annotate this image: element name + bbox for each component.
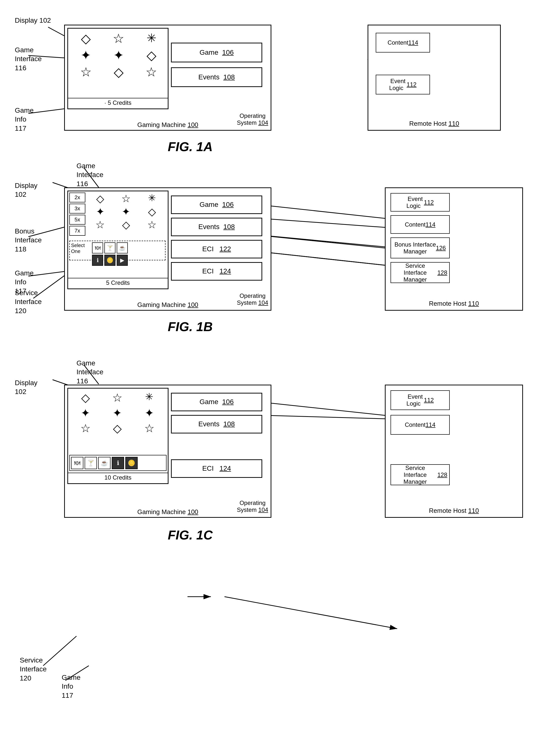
fig1c-title: FIG. 1C	[168, 528, 213, 542]
sym-star-2: ☆	[71, 65, 101, 79]
fig1b-sym-starburst1: ✦	[88, 206, 113, 218]
sym-star-1: ☆	[103, 31, 134, 46]
fig1c-credits: 10 Credits	[68, 473, 168, 482]
svg-line-27	[224, 597, 397, 629]
sym-sun-1: ✳	[136, 31, 167, 46]
svg-line-4	[28, 109, 67, 113]
fig1b-icon-food: 🍽	[92, 242, 103, 254]
fig1c-gaming-machine-box: ◇ ☆ ✳ ✦ ✦ ✦ ☆ ◇ ☆ 🍽 🍸 ☕ ℹ 🪙 10 Credits O…	[64, 384, 271, 518]
fig1c-service-interface-label: ServiceInterface120	[20, 656, 47, 683]
fig1b-icon-coin: 🪙	[104, 255, 115, 266]
fig1c-sym-starburst1: ✦	[71, 406, 100, 419]
svg-line-11	[28, 271, 67, 276]
fig1b-select-one: SelectOne	[71, 242, 85, 254]
fig1c-machine-label: Gaming Machine 100	[65, 508, 271, 516]
fig1a-game-info-label: GameInfo117	[15, 106, 34, 133]
fig1b-event-logic-box: EventLogic 112	[391, 193, 450, 212]
fig1c-events-box: Events 108	[171, 415, 262, 433]
fig1b-bonus-interface-label: BonusInterface118	[15, 227, 42, 254]
fig1b-content-box: Content114	[391, 215, 450, 234]
fig1b-eci122-box: ECI 122	[171, 240, 262, 259]
svg-line-23	[43, 636, 76, 666]
sym-starburst-1: ✦	[71, 48, 101, 63]
fig1b-icon-coffee: ☕	[117, 242, 128, 254]
fig1c-icon-info: ℹ	[112, 457, 124, 469]
fig1b-remote-host-box: EventLogic 112 Content114 Bonus Interfac…	[385, 187, 523, 311]
fig1b-remote-host-label: Remote Host 110	[386, 300, 522, 308]
fig1b-icon-drink: 🍸	[104, 242, 115, 254]
fig1c-service-manager-box: Service InterfaceManager 128	[391, 464, 450, 485]
fig1b-sym-diamond3: ◇	[114, 219, 139, 231]
fig1c-sym-starburst3: ✦	[134, 406, 164, 419]
fig1b-dashed-service-box: SelectOne 🍽 🍸 ☕ ℹ 🪙 ▶	[69, 241, 166, 260]
fig1a-remote-host-label: Remote Host 110	[368, 120, 500, 128]
fig1c-sym-diamond: ◇	[71, 391, 100, 404]
fig1c-game-info-label: GameInfo117	[62, 673, 80, 700]
fig1c-display-area: ◇ ☆ ✳ ✦ ✦ ✦ ☆ ◇ ☆ 🍽 🍸 ☕ ℹ 🪙 10 Credits	[67, 388, 168, 484]
fig1a-machine-label: Gaming Machine 100	[65, 121, 271, 129]
fig1c-remote-host-box: EventLogic 112 Content114 Service Interf…	[385, 384, 523, 518]
fig1b-sym-star: ☆	[114, 193, 139, 205]
sym-diamond-3: ◇	[103, 65, 134, 79]
fig1a-game-box: Game 106	[171, 43, 262, 62]
fig1a-remote-host-box: Content114 EventLogic 112 Remote Host 11…	[368, 25, 501, 131]
sym-star-3: ☆	[136, 65, 167, 79]
fig1c-display-label: Display102	[15, 378, 37, 396]
fig1b-machine-label: Gaming Machine 100	[65, 301, 271, 309]
fig1a-title: FIG. 1A	[168, 139, 213, 154]
fig1c-sym-starburst2: ✦	[102, 406, 132, 419]
fig1a-content-box: Content114	[376, 33, 430, 53]
fig1b-gaming-machine-box: 2x 3x 5x 7x ◇ ☆ ✳ ✦ ✦ ◇ ☆ ◇ ☆ SelectOne …	[64, 187, 271, 311]
fig1a-display-label: Display 102	[15, 16, 51, 25]
fig1b-sym-diamond2: ◇	[139, 206, 164, 218]
fig1b-sym-diamond: ◇	[88, 193, 113, 205]
sym-starburst-2: ✦	[103, 48, 134, 63]
fig1b-mult-5x: 5x	[69, 215, 85, 225]
fig1b-mult-3x: 3x	[69, 204, 85, 214]
page-container: Display 102 GameInterface116 ◇ ☆ ✳ ✦ ✦ ◇…	[0, 0, 560, 734]
fig1b-events-box: Events 108	[171, 218, 262, 236]
fig1b-game-box: Game 106	[171, 196, 262, 214]
fig1b-mult-7x: 7x	[69, 226, 85, 236]
fig1c-sym-star2: ☆	[71, 421, 100, 435]
fig1b-game-interface-label: GameInterface116	[76, 162, 103, 188]
fig1c-event-logic-box: EventLogic 112	[391, 390, 450, 410]
fig1b-sym-sun: ✳	[139, 193, 164, 205]
fig1c-game-interface-label: GameInterface116	[76, 359, 103, 385]
fig1b-mult-2x: 2x	[69, 193, 85, 203]
svg-line-2	[48, 27, 64, 36]
fig1b-bonus-manager-box: Bonus InterfaceManager 126	[391, 238, 450, 259]
fig1c-icon-food: 🍽	[71, 457, 83, 469]
fig1b-sym-star3: ☆	[139, 219, 164, 231]
fig1c-icon-coin: 🪙	[125, 457, 138, 469]
fig1a-game-interface-label: GameInterface116	[15, 46, 42, 73]
fig1c-eci124-box: ECI 124	[171, 459, 262, 478]
sym-diamond-1: ◇	[71, 31, 101, 46]
fig1b-service-manager-box: Service InterfaceManager 128	[391, 262, 450, 283]
fig1c-remote-host-label: Remote Host 110	[386, 507, 522, 514]
fig1c-sym-star: ☆	[102, 391, 132, 404]
fig1b-credits: 5 Credits	[68, 278, 168, 287]
fig1c-icon-coffee: ☕	[98, 457, 111, 469]
fig1b-icon-arrow: ▶	[117, 255, 128, 266]
fig1c-sym-sun: ✳	[134, 391, 164, 404]
fig1b-title: FIG. 1B	[168, 319, 213, 334]
fig1a-gaming-machine-box: ◇ ☆ ✳ ✦ ✦ ◇ ☆ ◇ ☆ · 5 Credits OperatingS…	[64, 25, 271, 131]
fig1c-sym-star3: ☆	[134, 421, 164, 435]
fig1b-eci124-box: ECI 124	[171, 262, 262, 281]
fig1c-content-box: Content114	[391, 415, 450, 435]
fig1a-event-logic-box: EventLogic 112	[376, 75, 430, 94]
fig1c-icon-drink: 🍸	[85, 457, 97, 469]
fig1b-display-area: 2x 3x 5x 7x ◇ ☆ ✳ ✦ ✦ ◇ ☆ ◇ ☆ SelectOne …	[67, 191, 168, 289]
fig1a-events-box: Events 108	[171, 67, 262, 87]
fig1c-game-box: Game 106	[171, 393, 262, 411]
fig1b-icon-info: ℹ	[92, 255, 103, 266]
sym-diamond-2: ◇	[136, 48, 167, 63]
fig1a-display-area: ◇ ☆ ✳ ✦ ✦ ◇ ☆ ◇ ☆ · 5 Credits	[67, 28, 168, 109]
fig1b-display-label: Display102	[15, 181, 37, 199]
fig1c-sym-diamond2: ◇	[102, 421, 132, 435]
fig1b-sym-star2: ☆	[88, 219, 113, 231]
fig1b-service-interface-label: ServiceInterface120	[15, 289, 42, 315]
fig1b-sym-starburst2: ✦	[114, 206, 139, 218]
fig1a-credits: · 5 Credits	[68, 98, 168, 107]
